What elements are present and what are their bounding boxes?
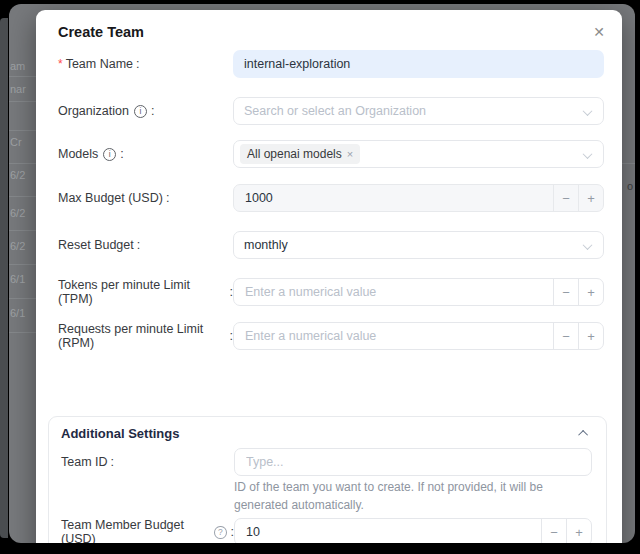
tpm-limit-label: Tokens per minute Limit (TPM) : xyxy=(58,278,233,306)
organization-select[interactable]: Search or select an Organization xyxy=(233,97,604,125)
chevron-up-icon[interactable] xyxy=(578,430,588,440)
increment-button[interactable]: + xyxy=(578,323,603,349)
bg-table-text: 6/1 xyxy=(10,273,25,285)
table-row-divider xyxy=(9,332,39,333)
label-colon: : xyxy=(151,104,154,118)
field-row-max-budget: Max Budget (USD) : − + xyxy=(58,184,604,212)
team-member-budget-label: Team Member Budget (USD) ? : xyxy=(61,518,234,543)
rpm-limit-stepper: − + xyxy=(233,322,604,350)
additional-settings-panel: Additional Settings Team ID : ID of the … xyxy=(48,416,607,543)
close-icon[interactable]: ✕ xyxy=(590,23,608,41)
decrement-button[interactable]: − xyxy=(553,323,578,349)
increment-button[interactable]: + xyxy=(578,185,603,211)
max-budget-label-text: Max Budget (USD) xyxy=(58,191,163,205)
background-window-edge xyxy=(0,18,8,538)
additional-settings-header[interactable]: Additional Settings xyxy=(61,426,592,441)
rpm-limit-label-text: Requests per minute Limit (RPM) xyxy=(58,322,227,350)
label-colon: : xyxy=(120,147,123,161)
bg-table-text: 6/2 xyxy=(10,240,25,252)
team-member-budget-label-text: Team Member Budget (USD) xyxy=(61,518,210,543)
modal-title: Create Team xyxy=(58,23,144,41)
team-name-label: * Team Name : xyxy=(58,57,233,71)
reset-budget-value: monthly xyxy=(244,238,288,252)
reset-budget-label: Reset Budget : xyxy=(58,238,233,252)
max-budget-input[interactable] xyxy=(234,185,553,211)
field-row-tpm-limit: Tokens per minute Limit (TPM) : − + xyxy=(58,278,604,306)
create-team-modal: Create Team ✕ * Team Name : Organization… xyxy=(36,10,622,543)
team-name-label-text: Team Name xyxy=(66,57,133,71)
selected-model-tag-text: All openai models xyxy=(247,147,342,161)
organization-placeholder: Search or select an Organization xyxy=(244,104,426,118)
app-window: am nar Cr 6/2 6/2 6/2 6/1 6/1 o Create T… xyxy=(9,4,635,543)
required-asterisk: * xyxy=(58,57,63,71)
team-name-input[interactable] xyxy=(233,50,604,78)
increment-button[interactable]: + xyxy=(578,279,603,305)
increment-button[interactable]: + xyxy=(566,519,591,543)
team-id-label: Team ID : xyxy=(61,448,234,469)
tpm-limit-stepper: − + xyxy=(233,278,604,306)
field-row-organization: Organization i : Search or select an Org… xyxy=(58,97,604,125)
chevron-down-icon xyxy=(583,106,593,116)
help-icon[interactable]: ? xyxy=(214,526,226,539)
decrement-button[interactable]: − xyxy=(553,185,578,211)
field-row-reset-budget: Reset Budget : monthly xyxy=(58,231,604,259)
bg-table-text: am xyxy=(10,60,25,72)
field-row-team-member-budget: Team Member Budget (USD) ? : − + xyxy=(61,518,592,543)
table-row-divider xyxy=(9,130,39,131)
models-select[interactable]: All openai models × xyxy=(233,140,604,168)
table-row-divider xyxy=(9,163,39,164)
info-icon[interactable]: i xyxy=(134,105,147,118)
table-row-divider xyxy=(9,76,39,77)
max-budget-label: Max Budget (USD) : xyxy=(58,191,233,205)
organization-label-text: Organization xyxy=(58,104,129,118)
table-row-divider xyxy=(9,230,39,231)
label-colon: : xyxy=(166,191,169,205)
bg-table-text: 6/2 xyxy=(10,169,25,181)
info-icon[interactable]: i xyxy=(103,148,116,161)
max-budget-stepper: − + xyxy=(233,184,604,212)
team-id-help-text: ID of the team you want to create. If no… xyxy=(234,478,592,514)
bg-table-text: 6/2 xyxy=(10,207,25,219)
team-id-label-text: Team ID xyxy=(61,455,108,469)
team-member-budget-input[interactable] xyxy=(235,519,541,543)
additional-settings-title: Additional Settings xyxy=(61,426,179,441)
reset-budget-label-text: Reset Budget xyxy=(58,238,134,252)
table-row-divider xyxy=(9,196,39,197)
reset-budget-select[interactable]: monthly xyxy=(233,231,604,259)
field-row-team-name: * Team Name : xyxy=(58,50,604,78)
screenshot-canvas: am nar Cr 6/2 6/2 6/2 6/1 6/1 o Create T… xyxy=(0,0,640,554)
tpm-limit-label-text: Tokens per minute Limit (TPM) xyxy=(58,278,227,306)
field-row-team-id: Team ID : ID of the team you want to cre… xyxy=(61,448,592,514)
chevron-down-icon xyxy=(583,240,593,250)
rpm-limit-label: Requests per minute Limit (RPM) : xyxy=(58,322,233,350)
bg-table-text: o xyxy=(627,180,633,192)
table-row-divider xyxy=(9,298,39,299)
team-member-budget-stepper: − + xyxy=(234,518,592,543)
field-row-models: Models i : All openai models × xyxy=(58,140,604,168)
bg-table-text: Cr xyxy=(10,136,22,148)
chevron-down-icon xyxy=(583,149,593,159)
bg-table-text: nar xyxy=(10,83,26,95)
label-colon: : xyxy=(137,238,140,252)
label-colon: : xyxy=(111,455,114,469)
rpm-limit-input[interactable] xyxy=(234,323,553,349)
bg-table-text: 6/1 xyxy=(10,307,25,319)
table-row-divider xyxy=(9,101,39,102)
table-row-divider xyxy=(9,264,39,265)
label-colon: : xyxy=(136,57,139,71)
remove-tag-icon[interactable]: × xyxy=(347,148,353,160)
team-id-input[interactable] xyxy=(234,448,592,476)
selected-model-tag: All openai models × xyxy=(240,144,360,164)
tpm-limit-input[interactable] xyxy=(234,279,553,305)
models-label-text: Models xyxy=(58,147,98,161)
table-row-divider xyxy=(621,163,635,164)
organization-label: Organization i : xyxy=(58,104,233,118)
field-row-rpm-limit: Requests per minute Limit (RPM) : − + xyxy=(58,322,604,350)
decrement-button[interactable]: − xyxy=(553,279,578,305)
decrement-button[interactable]: − xyxy=(541,519,566,543)
models-label: Models i : xyxy=(58,147,233,161)
